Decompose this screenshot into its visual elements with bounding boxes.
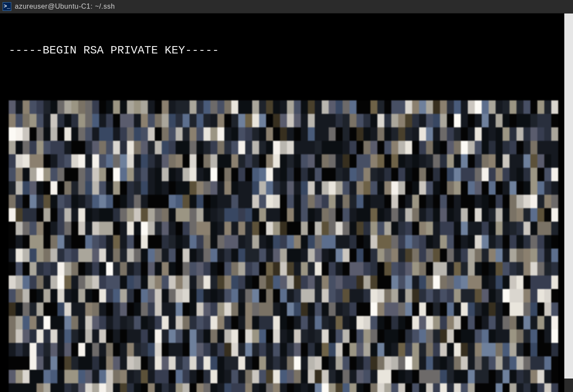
rsa-key-header: -----BEGIN RSA PRIVATE KEY-----: [4, 44, 573, 57]
terminal-viewport[interactable]: -----BEGIN RSA PRIVATE KEY----- -----END…: [0, 13, 573, 392]
vertical-scrollbar-thumb[interactable]: [564, 13, 573, 379]
powershell-icon-glyph: >_: [4, 3, 10, 10]
window-title: azureuser@Ubuntu-C1: ~/.ssh: [15, 3, 115, 10]
terminal-output: -----BEGIN RSA PRIVATE KEY----- -----END…: [0, 13, 573, 392]
vertical-scrollbar[interactable]: [564, 13, 573, 392]
powershell-icon: >_: [3, 2, 11, 11]
window-titlebar[interactable]: >_ azureuser@Ubuntu-C1: ~/.ssh: [0, 0, 573, 13]
rsa-key-body-redacted: [9, 100, 561, 392]
terminal-window: >_ azureuser@Ubuntu-C1: ~/.ssh -----BEGI…: [0, 0, 573, 392]
